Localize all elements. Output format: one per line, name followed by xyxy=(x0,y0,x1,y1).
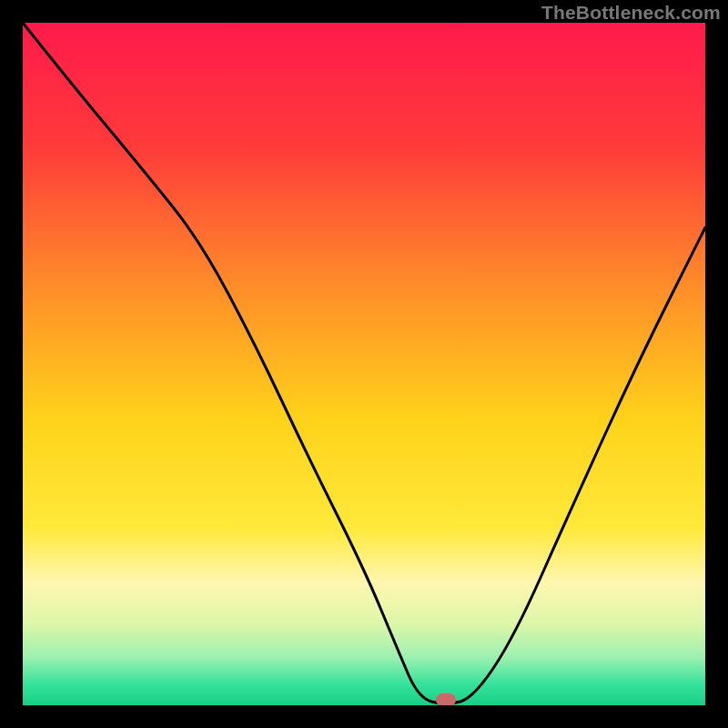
chart-frame: TheBottleneck.com xyxy=(0,0,728,728)
optimum-marker xyxy=(436,693,456,705)
plot-area xyxy=(23,23,705,705)
watermark-text: TheBottleneck.com xyxy=(541,2,721,24)
curve-path xyxy=(23,23,705,703)
bottleneck-curve xyxy=(23,23,705,705)
